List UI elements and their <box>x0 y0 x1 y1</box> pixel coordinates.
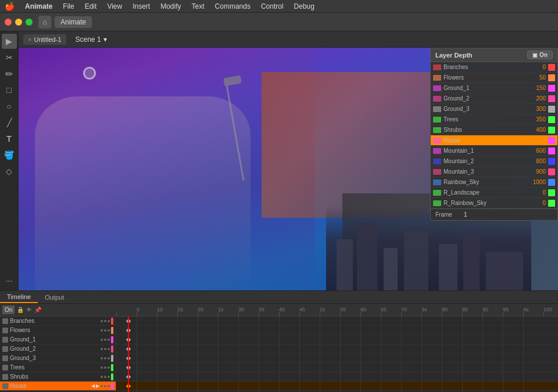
layer-name: Branches <box>443 64 528 70</box>
layer-name: Mountain_1 <box>443 148 528 154</box>
paint-bucket-tool[interactable]: 🪣 <box>2 148 17 163</box>
timeline-track-row[interactable] <box>116 317 558 326</box>
select-tool[interactable]: ▶ <box>2 34 17 49</box>
file-close-icon[interactable]: × <box>28 36 31 43</box>
layer-dot-2 <box>104 348 106 350</box>
timeline-track-row[interactable] <box>116 326 558 335</box>
timeline-layer-list: Branches Flowers Ground_1 Gro <box>0 317 116 392</box>
eye-icon: 👁 <box>26 307 32 313</box>
menu-animate[interactable]: Animate <box>20 1 57 12</box>
ruler-mark: 1s <box>218 307 224 312</box>
play-icon[interactable]: ◀ <box>91 383 95 389</box>
layer-depth-row[interactable]: Ground_1 150 <box>431 83 557 93</box>
minimize-button[interactable] <box>15 19 22 26</box>
timeline-frames[interactable]: 51015201s303540452s556065703s808590954s1… <box>116 304 558 392</box>
layer-row-controls <box>101 327 113 334</box>
file-tab[interactable]: × Untitled-1 <box>23 34 66 45</box>
layer-depth-panel: Layer Depth ▣ On Branches 0 Flowers 50 G… <box>430 48 558 221</box>
timeline-layer-row[interactable]: Ground_3 <box>0 354 116 363</box>
menu-text[interactable]: Text <box>187 1 209 12</box>
apple-menu[interactable]: 🍎 <box>5 2 15 11</box>
timeline-track-row[interactable] <box>116 382 558 391</box>
timeline-on-btn[interactable]: On <box>2 305 15 314</box>
menu-modify[interactable]: Modify <box>156 1 185 12</box>
stage[interactable]: Layer Depth ▣ On Branches 0 Flowers 50 G… <box>19 48 558 290</box>
rectangle-tool[interactable]: □ <box>2 82 17 98</box>
layer-name: Mountain_2 <box>443 158 528 164</box>
layer-depth-on-button[interactable]: ▣ On <box>527 51 553 59</box>
home-icon: ⌂ <box>42 18 46 26</box>
timeline-layer-row[interactable]: Ground_1 <box>0 335 116 344</box>
layer-depth-row[interactable]: R_Landscape 0 <box>431 188 557 198</box>
more-tools[interactable]: ··· <box>2 273 17 288</box>
menu-debug[interactable]: Debug <box>289 1 319 12</box>
oval-tool[interactable]: ○ <box>2 99 17 114</box>
layer-dot <box>101 366 103 369</box>
layer-depth-row[interactable]: Shrubs 400 <box>431 125 557 135</box>
timeline-layer-row[interactable]: Branches <box>0 317 116 326</box>
home-button[interactable]: ⌂ <box>38 16 51 28</box>
ruler-mark: 15 <box>177 307 183 312</box>
layer-depth-row[interactable]: Rainbow_Sky 1000 <box>431 177 557 188</box>
timeline-track-row[interactable] <box>116 363 558 372</box>
app-tab[interactable]: Animate <box>55 16 92 28</box>
line-tool[interactable]: ╱ <box>2 115 17 130</box>
timeline-track-row[interactable] <box>116 335 558 344</box>
eraser-tool[interactable]: ◇ <box>2 164 17 179</box>
tab-timeline[interactable]: Timeline <box>0 292 38 303</box>
ruler-mark: 40 <box>279 307 285 312</box>
layer-color-swatch <box>548 158 555 165</box>
menu-insert[interactable]: Insert <box>128 1 155 12</box>
timeline-layer-row[interactable]: House ◀ ▶ <box>0 382 116 391</box>
subselect-tool[interactable]: ✂ <box>2 50 17 65</box>
close-button[interactable] <box>5 19 12 26</box>
timeline-track-row[interactable] <box>116 372 558 382</box>
layer-icon <box>433 117 441 123</box>
maximize-button[interactable] <box>26 19 33 26</box>
timeline-content: On 🔒 👁 📌 Branches Flowers <box>0 304 558 392</box>
layer-icon <box>433 85 441 91</box>
layer-value: 0 <box>528 189 546 196</box>
layer-value: 500 <box>528 137 546 143</box>
scene-selector[interactable]: Scene 1 ▾ <box>76 35 107 44</box>
layer-icon <box>433 75 441 81</box>
menu-view[interactable]: View <box>102 1 127 12</box>
layer-dot-3 <box>108 357 110 359</box>
layer-dot-2 <box>104 329 106 332</box>
layer-color-swatch <box>548 200 555 207</box>
layer-depth-row[interactable]: House 500 <box>431 135 557 146</box>
menu-control[interactable]: Control <box>256 1 288 12</box>
timeline-track-row[interactable] <box>116 354 558 363</box>
layer-depth-row[interactable]: Mountain_3 900 <box>431 167 557 177</box>
layer-depth-row[interactable]: Mountain_1 600 <box>431 146 557 156</box>
layer-row-name: Ground_1 <box>10 336 101 343</box>
menu-edit[interactable]: Edit <box>80 1 102 12</box>
layer-depth-row[interactable]: Branches 0 <box>431 62 557 73</box>
pencil-tool[interactable]: ✏ <box>2 66 17 81</box>
layer-depth-row[interactable]: Mountain_2 800 <box>431 156 557 167</box>
timeline-layer-row[interactable]: Ground_2 <box>0 344 116 354</box>
timeline-layer-row[interactable]: Shrubs <box>0 372 116 382</box>
menu-commands[interactable]: Commands <box>210 1 255 12</box>
layer-color-bar <box>111 355 113 362</box>
layer-value: 1000 <box>528 179 546 185</box>
layer-dot-2 <box>104 385 106 387</box>
layer-depth-row[interactable]: Flowers 50 <box>431 73 557 83</box>
text-tool[interactable]: T <box>2 131 17 146</box>
timeline-layer-row[interactable]: Trees <box>0 363 116 372</box>
timeline-layer-row[interactable]: Flowers <box>0 326 116 335</box>
layer-dot-3 <box>108 329 110 332</box>
layer-depth-row[interactable]: Ground_2 200 <box>431 93 557 104</box>
layer-depth-row[interactable]: Trees 350 <box>431 114 557 125</box>
menu-file[interactable]: File <box>58 1 78 12</box>
layer-name: Rainbow_Sky <box>443 179 528 185</box>
layer-depth-row[interactable]: Ground_3 300 <box>431 104 557 114</box>
layer-depth-row[interactable]: R_Rainbow_Sky 0 <box>431 198 557 208</box>
forward-icon[interactable]: ▶ <box>96 383 99 389</box>
layer-row-name: Branches <box>10 318 101 324</box>
timeline-track-row[interactable] <box>116 344 558 354</box>
tab-output[interactable]: Output <box>38 292 71 303</box>
ruler-mark: 65 <box>381 307 387 312</box>
timeline-playhead[interactable] <box>128 317 129 392</box>
layer-value: 150 <box>528 85 546 91</box>
